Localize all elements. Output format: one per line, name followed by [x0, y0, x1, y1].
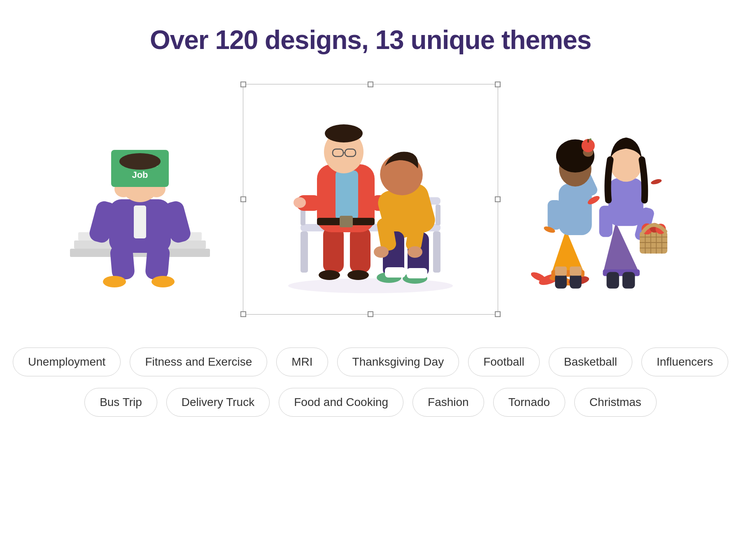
svg-rect-63 [548, 200, 562, 230]
tag-food-cooking[interactable]: Food and Cooking [279, 388, 403, 417]
tag-delivery-truck[interactable]: Delivery Truck [166, 388, 270, 417]
svg-rect-66 [555, 266, 567, 275]
tag-unemployment[interactable]: Unemployment [13, 348, 121, 376]
svg-point-5 [103, 276, 126, 287]
tag-christmas[interactable]: Christmas [574, 388, 657, 417]
svg-rect-65 [570, 274, 582, 289]
tag-fashion[interactable]: Fashion [412, 388, 484, 417]
tags-section: UnemploymentFitness and ExerciseMRIThank… [16, 348, 725, 417]
illustration-autumn-women [523, 100, 679, 298]
svg-point-93 [650, 178, 662, 185]
svg-rect-77 [606, 272, 619, 289]
tag-thanksgiving[interactable]: Thanksgiving Day [337, 348, 459, 376]
handle-tr[interactable] [495, 82, 501, 87]
illustrations-row: I Need a Job [16, 84, 725, 315]
handle-bm[interactable] [368, 311, 373, 317]
svg-rect-76 [599, 206, 613, 237]
svg-rect-74 [608, 178, 643, 226]
tag-basketball[interactable]: Basketball [549, 348, 632, 376]
handle-tm[interactable] [368, 82, 373, 87]
selection-box [243, 84, 498, 315]
tags-row-1: UnemploymentFitness and ExerciseMRIThank… [13, 348, 728, 376]
handle-tl[interactable] [240, 82, 246, 87]
illustration-unemployment: I Need a Job [62, 100, 218, 298]
tag-fitness[interactable]: Fitness and Exercise [130, 348, 267, 376]
tag-influencers[interactable]: Influencers [641, 348, 728, 376]
tag-bus-trip[interactable]: Bus Trip [84, 388, 157, 417]
svg-point-18 [119, 153, 161, 170]
svg-text:Job: Job [132, 170, 148, 180]
tag-tornado[interactable]: Tornado [493, 388, 565, 417]
svg-rect-72 [587, 139, 589, 143]
illustration-center-selected [243, 84, 498, 315]
svg-rect-67 [570, 266, 582, 275]
svg-point-6 [151, 276, 175, 287]
handle-bl[interactable] [240, 311, 246, 317]
svg-rect-9 [134, 205, 146, 238]
handle-mr[interactable] [495, 196, 501, 202]
svg-rect-78 [622, 272, 635, 289]
tags-row-2: Bus TripDelivery TruckFood and CookingFa… [84, 388, 657, 417]
tag-football[interactable]: Football [468, 348, 540, 376]
handle-ml[interactable] [240, 196, 246, 202]
tag-mri[interactable]: MRI [276, 348, 328, 376]
page-title: Over 120 designs, 13 unique themes [150, 25, 591, 55]
svg-rect-64 [555, 274, 567, 289]
handle-br[interactable] [495, 311, 501, 317]
